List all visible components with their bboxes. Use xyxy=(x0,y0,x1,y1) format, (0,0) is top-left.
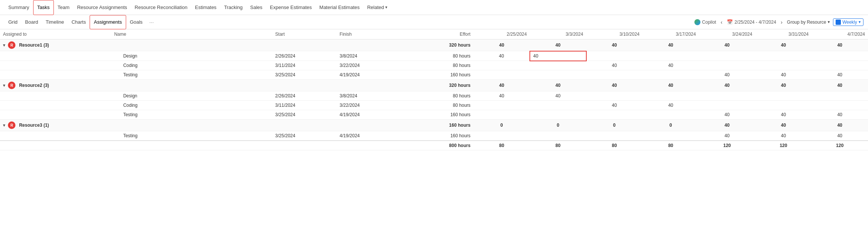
task-week-0[interactable]: 40 xyxy=(473,91,530,101)
task-week-2[interactable] xyxy=(586,51,643,61)
task-week-0[interactable] xyxy=(473,110,530,120)
task-week-6[interactable]: 40 xyxy=(812,110,868,120)
task-week-2[interactable] xyxy=(586,91,643,101)
task-week-3[interactable]: 40 xyxy=(642,101,699,110)
resource-week-0: 40 xyxy=(473,39,530,51)
nav-resource-reconciliation[interactable]: Resource Reconciliation xyxy=(131,0,191,15)
task-week-6[interactable]: 40 xyxy=(812,70,868,80)
task-week-1[interactable] xyxy=(530,61,586,70)
subnav-timeline[interactable]: Timeline xyxy=(42,15,68,29)
task-effort: 160 hours xyxy=(401,131,473,141)
nav-sales[interactable]: Sales xyxy=(246,0,266,15)
copilot-icon xyxy=(694,19,700,25)
group-by-button[interactable]: Group by Resource ▾ xyxy=(787,20,830,25)
resource-week-3: 40 xyxy=(642,39,699,51)
task-week-5[interactable] xyxy=(755,101,812,110)
subnav-goals[interactable]: Goals xyxy=(126,15,146,29)
task-week-3[interactable] xyxy=(642,110,699,120)
task-week-1[interactable]: 40 xyxy=(530,51,586,61)
task-week-1[interactable] xyxy=(530,110,586,120)
totals-week-2: 80 xyxy=(586,141,643,150)
task-name: Coding xyxy=(111,101,272,110)
task-week-1[interactable] xyxy=(530,70,586,80)
nav-summary[interactable]: Summary xyxy=(5,0,33,15)
task-week-4[interactable]: 40 xyxy=(699,70,755,80)
task-row: Design 2/26/2024 3/8/2024 80 hours 4040 xyxy=(0,51,868,61)
nav-team[interactable]: Team xyxy=(54,0,73,15)
task-week-0[interactable]: 40 xyxy=(473,51,530,61)
task-week-5[interactable]: 40 xyxy=(755,131,812,141)
nav-tasks[interactable]: Tasks xyxy=(33,0,54,15)
task-week-2[interactable]: 40 xyxy=(586,101,643,110)
subnav-grid[interactable]: Grid xyxy=(5,15,21,29)
resource-week-5: 40 xyxy=(755,120,812,131)
subnav-board[interactable]: Board xyxy=(21,15,42,29)
nav-related[interactable]: Related ▾ xyxy=(363,0,391,15)
nav-tracking[interactable]: Tracking xyxy=(220,0,246,15)
resource-week-2: 40 xyxy=(586,39,643,51)
task-effort: 160 hours xyxy=(401,110,473,120)
task-week-4[interactable] xyxy=(699,101,755,110)
task-week-4[interactable] xyxy=(699,61,755,70)
task-week-1[interactable]: 40 xyxy=(530,91,586,101)
task-start: 2/26/2024 xyxy=(272,51,337,61)
task-week-3[interactable] xyxy=(642,51,699,61)
task-week-2[interactable]: 40 xyxy=(586,61,643,70)
task-week-5[interactable] xyxy=(755,91,812,101)
task-week-6[interactable]: 40 xyxy=(812,131,868,141)
task-week-3[interactable] xyxy=(642,70,699,80)
task-name: Testing xyxy=(111,70,272,80)
task-week-6[interactable] xyxy=(812,101,868,110)
task-row: Design 2/26/2024 3/8/2024 80 hours 4040 xyxy=(0,91,868,101)
resource-week-0: 0 xyxy=(473,120,530,131)
resource-week-1: 40 xyxy=(530,80,586,91)
task-week-6[interactable] xyxy=(812,51,868,61)
more-options-icon[interactable]: ··· xyxy=(149,19,154,25)
nav-material-estimates[interactable]: Material Estimates xyxy=(316,0,363,15)
expand-icon[interactable]: ▾ xyxy=(3,43,5,47)
col-finish: Finish xyxy=(337,29,401,39)
col-start: Start xyxy=(272,29,337,39)
resource-group-row: ▾ R Resource2 (3) 320 hours 404040404040… xyxy=(0,80,868,91)
col-week-0: 2/25/2024 xyxy=(473,29,530,39)
task-week-3[interactable]: 40 xyxy=(642,61,699,70)
prev-date-arrow[interactable]: ‹ xyxy=(719,18,724,26)
task-finish: 4/19/2024 xyxy=(337,131,401,141)
task-week-6[interactable] xyxy=(812,61,868,70)
task-week-1[interactable] xyxy=(530,131,586,141)
task-week-5[interactable]: 40 xyxy=(755,70,812,80)
weekly-button[interactable]: Weekly ▾ xyxy=(833,18,863,26)
task-week-5[interactable] xyxy=(755,61,812,70)
next-date-arrow[interactable]: › xyxy=(779,18,784,26)
nav-estimates[interactable]: Estimates xyxy=(191,0,220,15)
task-week-0[interactable] xyxy=(473,61,530,70)
task-week-0[interactable] xyxy=(473,70,530,80)
copilot-button[interactable]: Copilot xyxy=(694,19,716,25)
expand-icon[interactable]: ▾ xyxy=(3,123,5,127)
totals-week-4: 120 xyxy=(699,141,755,150)
task-week-5[interactable] xyxy=(755,51,812,61)
task-week-2[interactable] xyxy=(586,70,643,80)
subnav-assignments[interactable]: Assignments xyxy=(90,15,126,29)
expand-icon[interactable]: ▾ xyxy=(3,83,5,88)
task-week-0[interactable] xyxy=(473,101,530,110)
task-week-4[interactable]: 40 xyxy=(699,131,755,141)
task-name: Design xyxy=(111,91,272,101)
task-week-4[interactable] xyxy=(699,51,755,61)
task-week-0[interactable] xyxy=(473,131,530,141)
task-week-4[interactable] xyxy=(699,91,755,101)
task-week-6[interactable] xyxy=(812,91,868,101)
col-week-6: 4/7/2024 xyxy=(812,29,868,39)
task-week-1[interactable] xyxy=(530,101,586,110)
task-week-2[interactable] xyxy=(586,110,643,120)
task-week-2[interactable] xyxy=(586,131,643,141)
task-week-4[interactable]: 40 xyxy=(699,110,755,120)
subnav-charts[interactable]: Charts xyxy=(68,15,90,29)
resource-week-6: 40 xyxy=(812,80,868,91)
task-week-5[interactable]: 40 xyxy=(755,110,812,120)
task-week-3[interactable] xyxy=(642,91,699,101)
top-navigation: Summary Tasks Team Resource Assignments … xyxy=(0,0,868,15)
nav-resource-assignments[interactable]: Resource Assignments xyxy=(73,0,131,15)
task-week-3[interactable] xyxy=(642,131,699,141)
nav-expense-estimates[interactable]: Expense Estimates xyxy=(266,0,316,15)
